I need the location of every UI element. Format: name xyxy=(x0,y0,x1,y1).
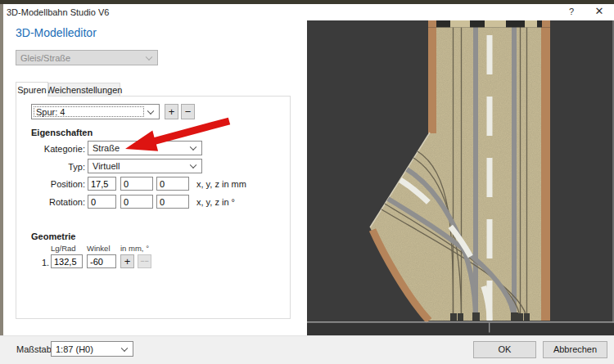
rotation-x-field[interactable] xyxy=(88,195,116,209)
axis-marker-bottom xyxy=(489,323,490,333)
rotation-label: Rotation: xyxy=(31,197,85,207)
rotation-suffix: x, y, z in ° xyxy=(196,197,235,207)
geometry-lgrad-field[interactable] xyxy=(51,254,83,268)
page-title: 3D-Modelleditor xyxy=(16,26,97,39)
properties-heading: Eigenschaften xyxy=(31,128,93,137)
position-y-field[interactable] xyxy=(120,177,153,191)
screen-left-edge xyxy=(0,4,3,364)
typ-select[interactable]: Virtuell xyxy=(88,159,202,173)
position-x-field[interactable] xyxy=(88,177,116,191)
typ-value: Virtuell xyxy=(93,161,120,171)
tab-spuren-label: Spuren xyxy=(17,85,46,95)
spur-select-value: Spur: 4 xyxy=(36,107,65,117)
close-button[interactable]: ✕ xyxy=(589,3,609,20)
ground-grid-line xyxy=(307,321,614,323)
arrow-shape xyxy=(125,118,230,151)
kategorie-label: Kategorie: xyxy=(31,144,85,154)
chevron-down-icon xyxy=(190,162,196,169)
chevron-down-icon xyxy=(121,344,128,351)
ok-button[interactable]: OK xyxy=(473,341,536,358)
geometry-remove-button: −− xyxy=(138,254,151,268)
ground-under-band xyxy=(307,323,614,336)
help-button[interactable]: ? xyxy=(562,3,581,20)
cancel-button[interactable]: Abbrechen xyxy=(543,341,607,358)
model-type-value: Gleis/Straße xyxy=(20,53,70,63)
rotation-y-field[interactable] xyxy=(120,195,153,209)
geometry-heading: Geometrie xyxy=(31,231,75,241)
cap-left-brown xyxy=(428,20,436,28)
position-suffix: x, y, z in mm xyxy=(196,179,246,189)
chevron-down-icon xyxy=(147,107,154,114)
chevron-down-icon xyxy=(146,53,152,60)
rotation-z-field[interactable] xyxy=(156,195,189,209)
geometry-col-lgrad: Lg/Rad xyxy=(51,244,76,253)
position-label: Position: xyxy=(31,179,85,189)
tab-weichenstellungen[interactable]: Weichenstellungen xyxy=(48,83,120,97)
masstab-label: Maßstab: xyxy=(16,344,54,354)
geometry-add-button[interactable]: + xyxy=(120,254,134,268)
cap-right-brown xyxy=(542,20,550,28)
red-arrow-annotation xyxy=(106,115,237,155)
masstab-select[interactable]: 1:87 (H0) xyxy=(51,341,133,357)
road-right-edge xyxy=(541,27,550,321)
tab-spuren[interactable]: Spuren xyxy=(16,82,48,97)
preview-3d-viewport[interactable] xyxy=(307,20,614,335)
model-type-select: Gleis/Straße xyxy=(16,50,158,65)
road-left-edge xyxy=(428,27,436,133)
typ-label: Typ: xyxy=(31,162,85,172)
geometry-winkel-field[interactable] xyxy=(87,254,116,268)
masstab-value: 1:87 (H0) xyxy=(56,344,93,354)
geometry-col-winkel: Winkel xyxy=(87,244,111,253)
window-title: 3D-Modellbahn Studio V6 xyxy=(7,7,109,17)
position-z-field[interactable] xyxy=(156,177,189,191)
tab-weichenstellungen-label: Weichenstellungen xyxy=(47,85,123,95)
geometry-col-unit: in mm, ° xyxy=(120,244,149,253)
geometry-row-index: 1. xyxy=(42,258,49,267)
